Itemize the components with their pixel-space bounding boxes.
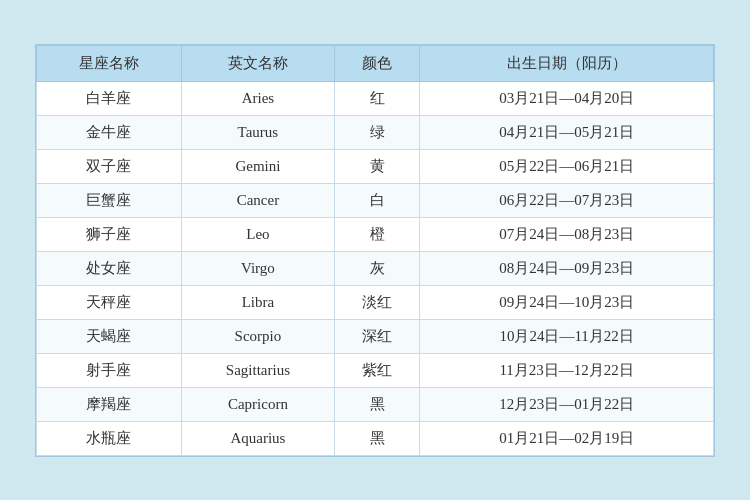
table-header-cell: 英文名称 xyxy=(181,45,334,81)
table-cell: 06月22日—07月23日 xyxy=(420,183,714,217)
table-cell: Aquarius xyxy=(181,421,334,455)
table-cell: 红 xyxy=(334,81,419,115)
table-cell: 射手座 xyxy=(37,353,182,387)
table-cell: 处女座 xyxy=(37,251,182,285)
table-row: 巨蟹座Cancer白06月22日—07月23日 xyxy=(37,183,714,217)
table-cell: 天蝎座 xyxy=(37,319,182,353)
table-row: 双子座Gemini黄05月22日—06月21日 xyxy=(37,149,714,183)
zodiac-table-container: 星座名称英文名称颜色出生日期（阳历） 白羊座Aries红03月21日—04月20… xyxy=(35,44,715,457)
table-cell: Virgo xyxy=(181,251,334,285)
table-row: 金牛座Taurus绿04月21日—05月21日 xyxy=(37,115,714,149)
table-cell: Gemini xyxy=(181,149,334,183)
table-cell: Sagittarius xyxy=(181,353,334,387)
table-cell: 绿 xyxy=(334,115,419,149)
table-header-cell: 出生日期（阳历） xyxy=(420,45,714,81)
table-cell: Aries xyxy=(181,81,334,115)
table-cell: 水瓶座 xyxy=(37,421,182,455)
table-header-cell: 星座名称 xyxy=(37,45,182,81)
table-cell: 03月21日—04月20日 xyxy=(420,81,714,115)
zodiac-table: 星座名称英文名称颜色出生日期（阳历） 白羊座Aries红03月21日—04月20… xyxy=(36,45,714,456)
table-row: 狮子座Leo橙07月24日—08月23日 xyxy=(37,217,714,251)
table-cell: 淡红 xyxy=(334,285,419,319)
table-cell: 紫红 xyxy=(334,353,419,387)
table-row: 摩羯座Capricorn黑12月23日—01月22日 xyxy=(37,387,714,421)
table-cell: 白羊座 xyxy=(37,81,182,115)
table-cell: 05月22日—06月21日 xyxy=(420,149,714,183)
table-cell: Leo xyxy=(181,217,334,251)
table-row: 天蝎座Scorpio深红10月24日—11月22日 xyxy=(37,319,714,353)
table-cell: 黄 xyxy=(334,149,419,183)
table-cell: 天秤座 xyxy=(37,285,182,319)
table-row: 处女座Virgo灰08月24日—09月23日 xyxy=(37,251,714,285)
table-cell: Capricorn xyxy=(181,387,334,421)
table-cell: 狮子座 xyxy=(37,217,182,251)
table-cell: Libra xyxy=(181,285,334,319)
table-cell: 白 xyxy=(334,183,419,217)
table-cell: 09月24日—10月23日 xyxy=(420,285,714,319)
table-cell: 10月24日—11月22日 xyxy=(420,319,714,353)
table-header-cell: 颜色 xyxy=(334,45,419,81)
table-cell: Taurus xyxy=(181,115,334,149)
table-row: 天秤座Libra淡红09月24日—10月23日 xyxy=(37,285,714,319)
table-header-row: 星座名称英文名称颜色出生日期（阳历） xyxy=(37,45,714,81)
table-cell: 双子座 xyxy=(37,149,182,183)
table-cell: 摩羯座 xyxy=(37,387,182,421)
table-cell: 11月23日—12月22日 xyxy=(420,353,714,387)
table-cell: 07月24日—08月23日 xyxy=(420,217,714,251)
table-cell: 黑 xyxy=(334,421,419,455)
table-row: 射手座Sagittarius紫红11月23日—12月22日 xyxy=(37,353,714,387)
table-cell: 黑 xyxy=(334,387,419,421)
table-cell: 金牛座 xyxy=(37,115,182,149)
table-cell: 深红 xyxy=(334,319,419,353)
table-row: 水瓶座Aquarius黑01月21日—02月19日 xyxy=(37,421,714,455)
table-cell: Scorpio xyxy=(181,319,334,353)
table-cell: 橙 xyxy=(334,217,419,251)
table-cell: 01月21日—02月19日 xyxy=(420,421,714,455)
table-cell: 12月23日—01月22日 xyxy=(420,387,714,421)
table-cell: Cancer xyxy=(181,183,334,217)
table-cell: 04月21日—05月21日 xyxy=(420,115,714,149)
table-cell: 巨蟹座 xyxy=(37,183,182,217)
table-row: 白羊座Aries红03月21日—04月20日 xyxy=(37,81,714,115)
table-cell: 灰 xyxy=(334,251,419,285)
table-cell: 08月24日—09月23日 xyxy=(420,251,714,285)
